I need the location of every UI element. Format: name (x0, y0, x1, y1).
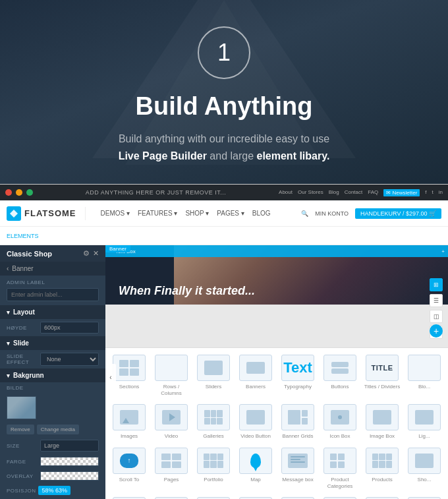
step-number: 1 (217, 39, 231, 67)
element-icon-box[interactable]: Icon Box (320, 401, 360, 443)
lig-icon (408, 404, 441, 430)
element-image-box[interactable]: Image Box (362, 401, 403, 443)
banner-content: When Finally it started... (119, 284, 435, 298)
element-titles[interactable]: TITLE Titles / Dividers (362, 351, 403, 399)
overlay-label: OVERLAY (7, 473, 36, 479)
panel-icon-1[interactable]: ⊞ (430, 278, 443, 291)
element-team[interactable]: 👤 Team Member (151, 494, 192, 499)
overlay-swatch[interactable] (40, 471, 99, 481)
video-btn-label: Video Button (240, 433, 271, 440)
builder-area: Classic Shop ⚙ ✕ ‹ Banner ADMIN LABEL La… (0, 245, 448, 499)
thumb-image (7, 397, 36, 419)
icon-box-icon (323, 404, 356, 430)
sidebar-collapse-arrow[interactable]: ‹ (105, 364, 116, 390)
bilde-label: BILDE (7, 385, 36, 391)
remove-button[interactable]: Remove (7, 425, 34, 434)
bilde-image-row (0, 394, 105, 422)
slide-effect-select[interactable]: None (40, 353, 99, 366)
element-testimonials[interactable]: ★★★★ Testimonials (193, 494, 234, 499)
element-sliders[interactable]: Sliders (193, 351, 234, 399)
minimize-dot (16, 189, 22, 196)
element-message-box[interactable]: Message box (277, 444, 318, 492)
hero-title: Build Anything (13, 92, 435, 121)
element-logo[interactable]: Acme Logo (277, 494, 318, 499)
map-label: Map (250, 477, 261, 483)
galleries-label: Galleries (203, 433, 224, 440)
sidebar-header-icons: ⚙ ✕ (83, 249, 99, 258)
element-accordion[interactable]: ▾ ▸ ▸ Accordion (320, 494, 360, 499)
sidebar-header: Classic Shop ⚙ ✕ (0, 245, 105, 262)
bakgrunn-section[interactable]: Bakgrunn (0, 368, 105, 382)
video-label: Video (165, 433, 178, 440)
panel-icon-3[interactable]: ◫ (430, 310, 443, 323)
element-pages[interactable]: Pages (151, 444, 192, 492)
buttons-label: Buttons (331, 384, 349, 390)
element-video[interactable]: Video (151, 401, 192, 443)
typography-icon: Text (281, 355, 314, 381)
element-buttons[interactable]: Buttons (320, 351, 360, 399)
banners-label: Banners (246, 384, 266, 390)
cart-button[interactable]: HANDLEKURV / $297.00 🛒 (355, 208, 441, 219)
nav-divider (85, 207, 86, 220)
element-icon[interactable]: ★ Ico... (404, 494, 445, 499)
image-box-label: Image Box (370, 433, 395, 440)
sections-icon (113, 355, 146, 381)
logo-svg (9, 209, 18, 218)
element-lig[interactable]: Lig... (404, 401, 445, 443)
admin-bar: ADD ANYTHING HERE OR JUST REMOVE IT... A… (0, 185, 448, 200)
element-typography[interactable]: Text Typography (277, 351, 318, 399)
layout-section[interactable]: Layout (0, 305, 105, 319)
scroll-to-label: Scroll To (119, 477, 140, 483)
icon-box-label: Icon Box (329, 433, 350, 440)
logo-icon (7, 206, 21, 221)
panel-icon-2[interactable]: ☰ (430, 294, 443, 307)
slide-effect-label: SLIDE EFFECT (7, 353, 36, 365)
message-box-label: Message box (282, 477, 314, 483)
element-images[interactable]: Images (109, 401, 150, 443)
farge-swatch[interactable] (40, 457, 99, 466)
sidebar-settings-icon[interactable]: ⚙ (83, 249, 90, 258)
size-value: Large (40, 440, 99, 452)
sliders-label: Sliders (206, 384, 221, 390)
blog-label: Blo... (418, 384, 430, 390)
element-countdown[interactable]: 10 19 Countdown (235, 494, 276, 499)
element-product-categories[interactable]: Product Categories (320, 444, 360, 492)
sidebar-back[interactable]: ‹ Banner (0, 262, 105, 276)
slide-effect-row: SLIDE EFFECT None (0, 350, 105, 368)
bilde-thumbnail (7, 396, 36, 419)
hero-subtitle: Build anything with our incredible easy … (13, 131, 435, 164)
element-video-btn[interactable]: Video Button (235, 401, 276, 443)
expand-dot (26, 189, 33, 196)
admin-label-input[interactable] (7, 288, 99, 301)
video-icon (155, 404, 188, 430)
change-media-button[interactable]: Change media (37, 425, 79, 434)
element-scroll-to[interactable]: ↑ Scroll To (109, 444, 150, 492)
left-sidebar: Classic Shop ⚙ ✕ ‹ Banner ADMIN LABEL La… (0, 245, 105, 499)
sidebar-close-icon[interactable]: ✕ (93, 249, 99, 258)
element-columns[interactable]: Rows / Columns (151, 351, 192, 399)
edit-bar-add: + (441, 249, 445, 254)
element-banners[interactable]: Banners (235, 351, 276, 399)
element-portfolio[interactable]: Portfolio (193, 444, 234, 492)
shop-icon (408, 448, 441, 474)
hoyde-label: HØYDE (7, 325, 36, 331)
elements-label: ELEMENTS (7, 233, 39, 239)
banner-edit-bar: ⠿ Text Box + (105, 245, 448, 257)
titles-label: Titles / Dividers (364, 384, 400, 390)
element-products[interactable]: Products (362, 444, 403, 492)
admin-label-text: ADMIN LABEL (7, 279, 99, 285)
slide-section[interactable]: Slide (0, 336, 105, 350)
element-tabs[interactable]: Tabs (109, 494, 150, 499)
video-btn-icon (239, 404, 272, 430)
buttons-icon (323, 355, 356, 381)
element-map[interactable]: Map (235, 444, 276, 492)
element-shop[interactable]: Sho... (404, 444, 445, 492)
sections-label: Sections (119, 384, 140, 390)
builder-banner: Banner ⠿ Text Box + When Finally it star… (105, 245, 448, 305)
element-banner-grids[interactable]: Banner Grids (277, 401, 318, 443)
element-instagram[interactable]: Instagram feed (362, 494, 403, 499)
element-galleries[interactable]: Galleries (193, 401, 234, 443)
layout-label: Layout (13, 308, 35, 316)
element-blog[interactable]: Blo... (404, 351, 445, 399)
elements-grid: Sections Rows / Columns Sliders (105, 348, 448, 499)
